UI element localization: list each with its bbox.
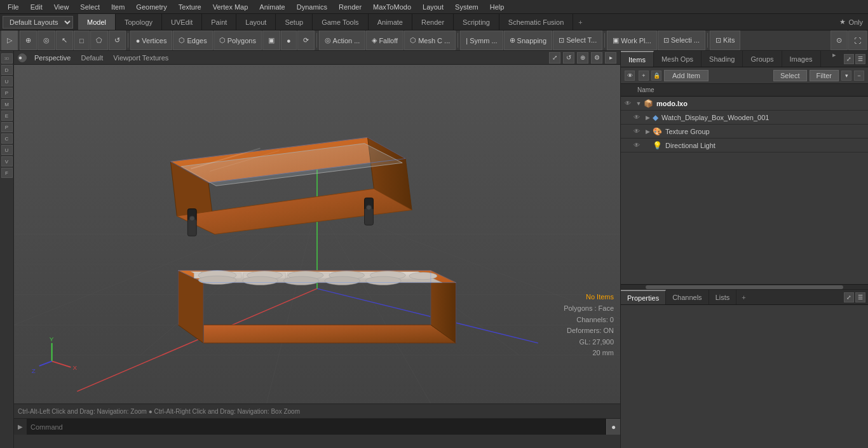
right-tab-shading[interactable]: Shading [702,51,743,67]
layout-tab-paint[interactable]: Paint [202,14,236,30]
viewport-perspective[interactable]: Perspective [32,54,73,62]
sidebar-btn-3[interactable]: U [1,76,13,86]
layout-tab-scripting[interactable]: Scripting [454,14,499,30]
list-item-texgroup[interactable]: 👁 ▶ 🎨 Texture Group [621,125,868,139]
item-eye-light[interactable]: 👁 [631,140,642,151]
list-item-light[interactable]: 👁 ▶ 💡 Directional Light [621,139,868,153]
tool-btn-edges[interactable]: ⬡ Edges [173,31,212,50]
list-item-mesh[interactable]: 👁 ▶ ◆ Watch_Display_Box_Wooden_001 [621,111,868,125]
tool-btn-snapping[interactable]: ⊕ Snapping [504,31,553,50]
viewport[interactable]: ● Perspective Default Viewport Textures … [14,51,620,448]
prop-settings-icon[interactable]: ☰ [855,292,865,302]
item-toggle-root[interactable]: ▼ [635,100,642,107]
menu-edit[interactable]: Edit [25,2,48,12]
right-tab-groups[interactable]: Groups [743,51,782,67]
viewport-texture[interactable]: Viewport Textures [111,54,171,62]
layout-tab-setup[interactable]: Setup [276,14,313,30]
tool-btn-fullscreen[interactable]: ⛶ [848,31,867,50]
sidebar-btn-u[interactable]: U [1,145,13,155]
rtab-icon-settings[interactable]: ☰ [855,54,865,64]
layout-tab-plus[interactable]: + [573,14,587,30]
add-item-eye[interactable]: 👁 [625,71,635,81]
menu-view[interactable]: View [49,2,74,12]
layout-dropdown[interactable]: Default Layouts [3,16,73,29]
item-eye-root[interactable]: 👁 [622,98,634,109]
layout-tab-render[interactable]: Render [412,14,454,30]
tool-btn-rotate[interactable]: ↺ [109,31,126,50]
item-toggle-mesh[interactable]: ▶ [644,114,651,121]
menu-help[interactable]: Help [485,2,510,12]
sidebar-btn-7[interactable]: P [1,122,13,132]
viewport-default[interactable]: Default [78,54,105,62]
tool-btn-cursor[interactable]: ↖ [56,31,73,50]
sidebar-btn-c[interactable]: C [1,133,13,144]
right-tab-meshops[interactable]: Mesh Ops [654,51,702,67]
tool-btn-action[interactable]: ◎ Action ... [319,31,366,50]
layout-tab-animate[interactable]: Animate [369,14,412,30]
tool-btn-item2[interactable]: ⟳ [297,31,315,50]
menu-render[interactable]: Render [334,2,367,12]
command-run-button[interactable]: ● [606,419,620,435]
sidebar-btn-5[interactable]: M [1,99,13,109]
layout-tab-topology[interactable]: Topology [116,14,162,30]
menu-dynamics[interactable]: Dynamics [292,2,332,12]
sidebar-btn-6[interactable]: E [1,111,13,121]
sidebar-btn-2[interactable]: D [1,65,13,75]
viewport-canvas[interactable]: X Y Z No Items Polygons : Face Channels:… [14,65,620,404]
menu-system[interactable]: System [450,2,484,12]
tool-btn-falloff[interactable]: ◈ Falloff [366,31,403,50]
filter-button[interactable]: Filter [810,70,839,81]
menu-select[interactable]: Select [75,2,105,12]
tool-btn-mesh[interactable]: ⬡ Mesh C ... [404,31,456,50]
menu-file[interactable]: File [3,2,24,12]
layout-tab-schematic[interactable]: Schematic Fusion [499,14,573,30]
menu-layout[interactable]: Layout [417,2,449,12]
right-tab-images[interactable]: Images [782,51,821,67]
viewport-icon-rotate[interactable]: ↺ [563,52,574,64]
tool-btn-vr[interactable]: ⊙ [831,31,848,50]
prop-tab-lists[interactable]: Lists [709,290,737,304]
sidebar-btn-4[interactable]: P [1,88,13,98]
prop-tab-channels[interactable]: Channels [666,290,709,304]
select-button[interactable]: Select [773,70,807,81]
viewport-icon-zoom[interactable]: ⊕ [577,52,588,64]
menu-animate[interactable]: Animate [254,2,290,12]
tool-btn-item[interactable]: ● [281,31,297,50]
menu-texture[interactable]: Texture [173,2,207,12]
tool-btn-poly-select[interactable]: ⬠ [90,31,108,50]
tool-btn-mat[interactable]: ▣ [262,31,280,50]
viewport-icon-settings[interactable]: ⚙ [591,52,602,64]
list-item-root[interactable]: 👁 ▼ 📦 modo.lxo [621,97,868,111]
menu-geometry[interactable]: Geometry [131,2,172,12]
add-item-button[interactable]: Add Item [664,70,709,81]
rtab-icon-expand[interactable]: ⤢ [844,54,854,64]
sidebar-btn-1[interactable]: 3D [1,53,13,64]
viewport-icon-move[interactable]: ⤢ [549,52,560,64]
item-eye-mesh[interactable]: 👁 [631,112,642,123]
menu-vertexmap[interactable]: Vertex Map [208,2,254,12]
layout-tab-uvedit[interactable]: UVEdit [162,14,202,30]
menu-maxtomodo[interactable]: MaxToModo [368,2,416,12]
layout-tab-model[interactable]: Model [78,14,116,30]
tool-btn-circle[interactable]: ◎ [37,31,55,50]
add-item-collapse[interactable]: ▾ [841,71,851,81]
tool-btn-polygons[interactable]: ⬡ Polygons [214,31,262,50]
tool-btn-transform[interactable]: ⊕ [20,31,37,50]
prop-tab-plus[interactable]: + [736,290,750,304]
right-tab-items[interactable]: Items [621,51,654,67]
add-item-minus[interactable]: − [854,71,864,81]
add-item-plus[interactable]: + [639,71,649,81]
tool-btn-square[interactable]: □ [74,31,90,50]
sidebar-btn-f[interactable]: F [1,168,13,178]
tool-btn-vertices[interactable]: ● Vertices [130,31,173,50]
menu-item[interactable]: Item [106,2,130,12]
scroll-area[interactable] [621,284,868,289]
layout-tab-gametools[interactable]: Game Tools [313,14,369,30]
item-eye-texgroup[interactable]: 👁 [631,126,642,137]
sidebar-btn-v[interactable]: V [1,156,13,166]
tool-btn-select-mode[interactable]: ▷ [1,31,18,50]
command-input[interactable] [27,419,606,435]
tool-btn-selecti[interactable]: ⊡ Selecti ... [658,31,705,50]
viewport-icon-more[interactable]: ▸ [605,52,616,64]
right-tab-more[interactable]: ▸ [827,51,841,67]
